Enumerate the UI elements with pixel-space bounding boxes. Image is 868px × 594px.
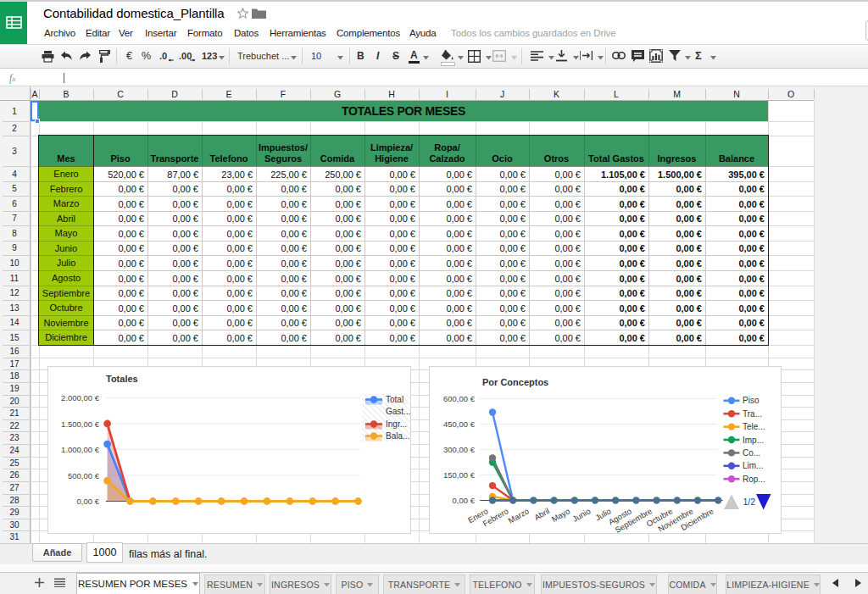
svg-text:Tra...: Tra... [743, 409, 762, 419]
svg-text:Bala...: Bala... [386, 431, 409, 441]
svg-text:0,00 €: 0,00 € [453, 496, 476, 505]
svg-text:0,00 €: 0,00 € [77, 497, 100, 506]
svg-text:300,00 €: 300,00 € [443, 445, 476, 454]
svg-text:Co...: Co... [743, 448, 760, 458]
svg-text:Ingr...: Ingr... [386, 419, 407, 429]
svg-text:Rop...: Rop... [743, 475, 765, 484]
svg-text:Piso: Piso [743, 396, 760, 405]
svg-text:Tele...: Tele... [743, 422, 765, 431]
svg-text:600,00 €: 600,00 € [443, 394, 476, 403]
svg-text:Totales: Totales [106, 374, 138, 384]
svg-text:Imp...: Imp... [743, 436, 764, 445]
svg-text:450,00 €: 450,00 € [443, 419, 476, 429]
svg-text:1/2: 1/2 [743, 497, 756, 507]
svg-text:Por Conceptos: Por Conceptos [482, 377, 548, 387]
svg-text:Abril: Abril [532, 506, 551, 522]
svg-text:150,00 €: 150,00 € [443, 470, 476, 480]
svg-text:Total: Total [386, 395, 403, 404]
svg-text:2.000,00 €: 2.000,00 € [61, 393, 100, 402]
svg-text:Marzo: Marzo [507, 506, 531, 525]
svg-text:Mayo: Mayo [550, 506, 572, 524]
svg-text:Gast...: Gast... [386, 407, 410, 416]
svg-text:500,00 €: 500,00 € [68, 471, 100, 480]
svg-text:1.500,00 €: 1.500,00 € [61, 419, 100, 429]
svg-text:Junio: Junio [570, 506, 592, 524]
svg-text:1.000,00 €: 1.000,00 € [61, 445, 100, 454]
svg-text:Lim...: Lim... [743, 461, 763, 470]
